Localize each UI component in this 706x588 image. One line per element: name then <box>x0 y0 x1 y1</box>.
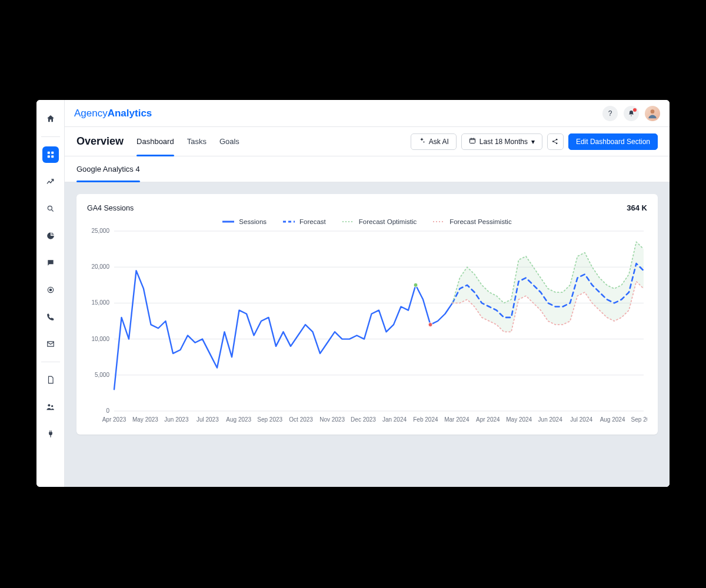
svg-text:Nov 2023: Nov 2023 <box>319 416 345 423</box>
target-icon[interactable] <box>42 282 59 298</box>
pie-chart-icon[interactable] <box>42 228 59 244</box>
top-icons: ? <box>602 106 660 121</box>
page-header: Overview Dashboard Tasks Goals Ask AI <box>65 127 670 156</box>
phone-icon[interactable] <box>42 309 59 325</box>
svg-text:10,000: 10,000 <box>91 336 109 342</box>
content-area: GA4 Sessions 364 K Sessions Forecast For… <box>65 182 670 487</box>
svg-text:0: 0 <box>106 407 109 414</box>
legend: Sessions Forecast Forecast Optimistic Fo… <box>87 218 647 225</box>
share-icon <box>551 138 559 145</box>
svg-text:25,000: 25,000 <box>91 228 109 234</box>
svg-text:Aug 2023: Aug 2023 <box>226 416 251 423</box>
logo[interactable]: AgencyAnalytics <box>74 108 152 119</box>
svg-text:5,000: 5,000 <box>95 372 109 378</box>
page-title: Overview <box>76 135 124 148</box>
svg-text:May 2023: May 2023 <box>132 416 158 423</box>
chart-svg: 05,00010,00015,00020,00025,000 Apr 2023M… <box>87 228 647 427</box>
sub-tab-ga4[interactable]: Google Analytics 4 <box>76 156 140 182</box>
plug-icon[interactable] <box>42 426 59 442</box>
main-area: AgencyAnalytics ? Overview Dashboard Tas… <box>65 100 670 487</box>
dashboard-icon[interactable] <box>42 146 59 163</box>
svg-text:20,000: 20,000 <box>91 263 109 270</box>
svg-rect-1 <box>51 152 54 154</box>
svg-text:Jun 2024: Jun 2024 <box>538 416 563 423</box>
tab-tasks[interactable]: Tasks <box>187 127 207 156</box>
legend-sessions: Sessions <box>222 218 267 225</box>
svg-text:Sep 2024: Sep 2024 <box>631 416 647 423</box>
bell-icon[interactable] <box>624 106 639 121</box>
mail-icon[interactable] <box>42 336 59 352</box>
svg-point-24 <box>414 283 418 287</box>
svg-text:Oct 2023: Oct 2023 <box>289 416 313 423</box>
svg-point-11 <box>552 141 554 142</box>
ask-ai-button[interactable]: Ask AI <box>411 133 457 150</box>
sessions-card: GA4 Sessions 364 K Sessions Forecast For… <box>76 194 658 435</box>
card-metric: 364 K <box>627 203 647 212</box>
svg-rect-3 <box>51 155 54 158</box>
help-icon[interactable]: ? <box>602 106 618 121</box>
legend-forecast: Forecast <box>283 218 326 225</box>
svg-rect-10 <box>469 139 475 143</box>
svg-text:Jul 2023: Jul 2023 <box>197 416 219 423</box>
card-title: GA4 Sessions <box>87 204 134 212</box>
svg-text:Dec 2023: Dec 2023 <box>351 416 376 423</box>
svg-text:Jun 2023: Jun 2023 <box>164 416 189 423</box>
legend-forecast-optimistic: Forecast Optimistic <box>342 218 417 225</box>
home-icon[interactable] <box>42 111 59 127</box>
svg-point-13 <box>556 143 557 144</box>
svg-rect-0 <box>47 152 49 154</box>
share-button[interactable] <box>547 133 564 150</box>
svg-text:15,000: 15,000 <box>91 299 109 306</box>
svg-point-4 <box>48 206 52 210</box>
tab-dashboard[interactable]: Dashboard <box>136 127 174 156</box>
svg-text:May 2024: May 2024 <box>506 416 532 423</box>
logo-part2: Analytics <box>108 108 152 119</box>
app-window: AgencyAnalytics ? Overview Dashboard Tas… <box>36 100 670 487</box>
svg-text:Apr 2024: Apr 2024 <box>476 416 500 423</box>
search-icon[interactable] <box>42 201 59 217</box>
file-icon[interactable] <box>42 372 59 388</box>
svg-point-25 <box>428 323 432 327</box>
calendar-icon <box>469 137 476 146</box>
avatar[interactable] <box>645 106 660 121</box>
left-rail <box>36 100 65 487</box>
topbar: AgencyAnalytics ? <box>65 100 670 127</box>
sub-tabs: Google Analytics 4 <box>65 156 670 182</box>
ask-ai-label: Ask AI <box>429 138 449 146</box>
svg-point-8 <box>51 405 53 407</box>
date-range-button[interactable]: Last 18 Months ▾ <box>461 133 542 150</box>
svg-point-9 <box>651 109 655 113</box>
tabs: Dashboard Tasks Goals <box>136 127 239 156</box>
chart: 05,00010,00015,00020,00025,000 Apr 2023M… <box>87 228 647 427</box>
svg-text:Mar 2024: Mar 2024 <box>444 416 469 423</box>
svg-point-7 <box>48 404 50 406</box>
edit-dashboard-section-button[interactable]: Edit Dashboard Section <box>568 133 658 150</box>
logo-part1: Agency <box>74 108 108 119</box>
svg-point-6 <box>49 289 52 291</box>
svg-text:Jul 2024: Jul 2024 <box>570 416 592 423</box>
svg-text:Feb 2024: Feb 2024 <box>413 416 438 423</box>
svg-point-12 <box>556 139 557 140</box>
tab-goals[interactable]: Goals <box>219 127 239 156</box>
svg-text:Apr 2023: Apr 2023 <box>102 416 126 423</box>
svg-rect-2 <box>47 155 49 158</box>
svg-text:Jan 2024: Jan 2024 <box>382 416 407 423</box>
users-icon[interactable] <box>42 399 59 415</box>
svg-text:Aug 2024: Aug 2024 <box>600 416 625 423</box>
sparkle-icon <box>418 137 425 146</box>
chevron-down-icon: ▾ <box>531 138 535 146</box>
chat-icon[interactable] <box>42 255 59 271</box>
legend-forecast-pessimistic: Forecast Pessimistic <box>433 218 511 225</box>
svg-text:Sep 2023: Sep 2023 <box>257 416 282 423</box>
date-range-label: Last 18 Months <box>479 138 528 146</box>
trend-icon[interactable] <box>42 173 59 190</box>
